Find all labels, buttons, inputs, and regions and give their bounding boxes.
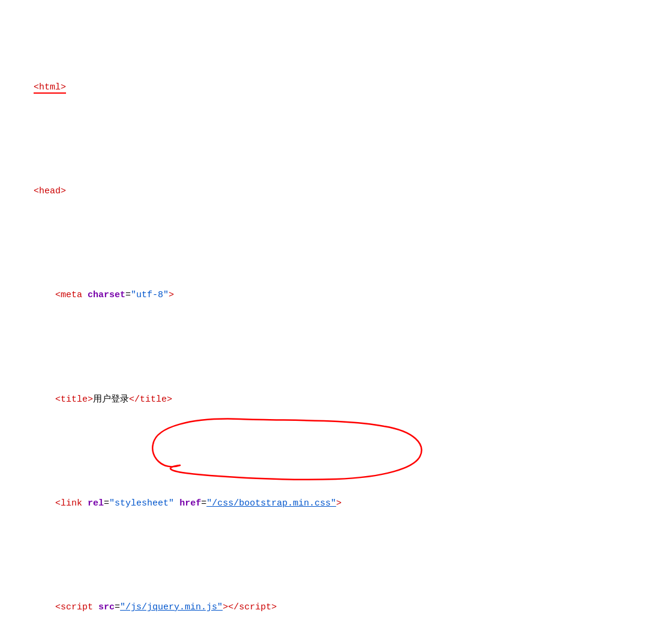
b2: > bbox=[61, 186, 66, 196]
line-link: <link rel="stylesheet" href="/css/bootst… bbox=[12, 482, 660, 526]
html-tag: html bbox=[39, 82, 61, 94]
line-head-open: <head> bbox=[12, 169, 660, 214]
circle-path bbox=[152, 419, 421, 480]
line-meta: <meta charset="utf-8"> bbox=[12, 274, 660, 318]
red-circle-annotation bbox=[144, 414, 432, 486]
line-script-jquery: <script src="/js/jquery.min.js"></script… bbox=[12, 585, 660, 630]
html-close-bracket: > bbox=[61, 82, 66, 94]
b: < bbox=[34, 186, 39, 196]
html-open-bracket: < bbox=[34, 82, 39, 94]
t: head bbox=[39, 186, 61, 196]
line-html-open: <html> bbox=[12, 65, 660, 110]
line-title: <title>用户登录</title> bbox=[12, 378, 660, 422]
code-container: <html> <head> <meta charset="utf-8"> <ti… bbox=[12, 6, 660, 631]
